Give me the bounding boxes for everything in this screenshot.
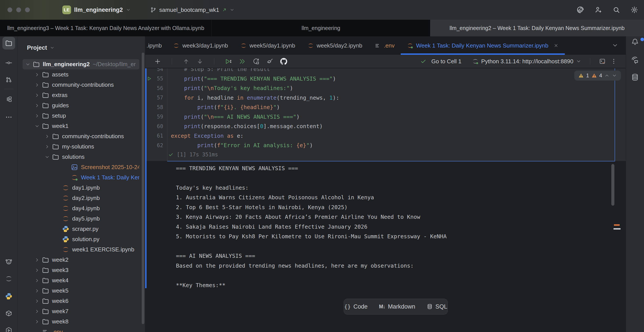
tree-row[interactable]: week5 [22,286,139,296]
ai-chat-tool-button[interactable] [631,56,639,64]
clear-outputs-icon[interactable] [266,58,274,65]
code-line[interactable]: 59 print("\n=== AI NEWS ANALYSIS ===") [145,112,626,122]
tree-row[interactable]: extras [22,90,139,100]
chevron-icon[interactable] [34,82,40,88]
tree-row[interactable]: Week 1 Task: Daily Kenyar [22,172,139,183]
add-code-cell-button[interactable]: {} Code [338,303,373,310]
ai-assistant-icon[interactable] [576,6,584,14]
settings-gear-icon[interactable] [630,6,638,14]
chevron-icon[interactable] [34,113,40,119]
structure-tool-button[interactable] [2,93,15,106]
tree-row[interactable]: scraper.py [22,224,139,234]
chevron-icon[interactable] [34,93,40,98]
kebab-menu-icon[interactable] [610,58,617,65]
stripe-mark[interactable] [614,228,620,229]
tree-row[interactable]: Screenshot 2025-10-24 at [22,162,139,172]
hidden-tabs-chevron-icon[interactable] [612,42,618,49]
chevron-icon[interactable] [25,62,30,67]
jupyter-tool-button[interactable] [2,272,15,285]
chevron-icon[interactable] [34,72,40,77]
window-tab[interactable]: llm_engineering [212,20,430,36]
commit-tool-button[interactable] [2,56,15,69]
code-line[interactable]: 57 for i, headline in enumerate(trending… [145,93,626,103]
chevron-icon[interactable] [34,124,40,129]
code-line[interactable]: 54 # Step 5: Print the result [145,68,626,74]
chevron-icon[interactable] [34,278,40,283]
code-line[interactable]: 56 print("\nToday's key headlines:") [145,83,626,93]
tree-row[interactable]: week3 [22,265,139,275]
editor-tab[interactable]: Week 1 Task: Daily Kenyan News Summarize… [401,36,565,55]
zoom-window-button[interactable] [25,7,30,12]
code-with-me-icon[interactable] [594,6,602,14]
chevron-icon[interactable] [44,134,50,139]
add-sql-cell-button[interactable]: SQL [421,303,453,310]
previous-problem-chevron-icon[interactable] [604,73,610,78]
tree-row[interactable]: day5.ipynb [22,213,139,224]
ai-assistant-tool-button[interactable] [2,255,15,268]
warning-stripe-mark[interactable] [614,224,620,226]
code-line[interactable]: 60 print(response.choices[0].message.con… [145,122,626,131]
tree-row[interactable]: week1 [22,121,139,131]
minimize-window-button[interactable] [16,7,21,12]
code-line[interactable]: 58 print(f"{i}. {headline}") [145,103,626,112]
tree-row[interactable]: day1.ipynb [22,183,139,193]
project-tool-button[interactable] [2,37,15,49]
tree-row[interactable]: day4.ipynb [22,203,139,213]
kernel-selector[interactable]: Python 3.11.14: http://localhost:8890 [472,58,581,65]
add-cell-icon[interactable] [154,58,161,65]
code-cell[interactable]: 54 # Step 5: Print the result 55 print("… [145,68,626,161]
restart-kernel-icon[interactable] [252,58,260,65]
run-cell-icon[interactable] [225,58,232,65]
code-line[interactable]: 62 print(f"Error in AI analysis: {e}") [145,141,626,150]
tree-row[interactable]: community-contributions [22,131,139,142]
tree-row[interactable]: .env [22,327,139,332]
tree-row[interactable]: setup [22,111,139,121]
jupyter-console-icon[interactable] [599,58,606,65]
tree-row[interactable]: week6 [22,296,139,306]
tree-row[interactable]: solution.py [22,234,139,244]
editor-tab[interactable]: week3/day1.ipynb [167,36,234,55]
more-tools-button[interactable] [2,111,15,124]
tree-row[interactable]: llm_engineering2 ~/Desktop/llm_er [22,59,139,69]
github-icon[interactable] [280,58,287,65]
database-tool-button[interactable] [631,73,639,81]
tree-row[interactable]: day2.ipynb [22,193,139,203]
move-cell-down-icon[interactable] [196,58,204,65]
chevron-icon[interactable] [34,268,40,273]
chevron-icon[interactable] [34,319,40,324]
editor-tab-partial[interactable]: .ipynb [145,36,167,55]
move-cell-up-icon[interactable] [182,58,190,65]
project-selector[interactable]: LE llm_engineering2 [62,5,131,14]
tree-row[interactable]: week4 [22,275,139,286]
tree-row[interactable]: week2 [22,255,139,265]
window-tab[interactable]: llm_engineering2 – Week 1 Task: Daily Ke… [430,20,644,36]
editor-tab[interactable]: .env [368,36,401,55]
editor-tab[interactable]: week5/day2.ipynb [302,36,368,55]
chevron-icon[interactable] [34,103,40,108]
chevron-icon[interactable] [34,288,40,294]
tree-row[interactable]: guides [22,100,139,111]
go-to-cell-button[interactable]: Go to Cell 1 [432,58,462,65]
close-tab-icon[interactable] [554,43,559,48]
editor-tab[interactable]: week5/day1.ipynb [234,36,302,55]
editor-scrollbar[interactable] [611,164,614,206]
project-panel-header[interactable]: Project [18,36,145,59]
window-controls[interactable] [0,7,38,12]
chevron-icon[interactable] [44,144,50,149]
tree-row[interactable]: my-solutions [22,142,139,152]
code-line[interactable]: 55 print("=== TRENDING KENYAN NEWS ANALY… [145,74,626,84]
chevron-icon[interactable] [34,309,40,314]
branch-selector[interactable]: samuel_bootcamp_wk1 [150,6,234,13]
run-all-cells-icon[interactable] [239,58,246,65]
services-tool-button[interactable] [2,324,15,332]
tree-row[interactable]: week7 [22,306,139,317]
chevron-icon[interactable] [34,299,40,304]
notifications-button[interactable] [631,38,639,46]
python-console-tool-button[interactable] [2,290,15,303]
next-problem-chevron-icon[interactable] [612,73,617,78]
project-tree-scrollbar[interactable] [142,53,144,324]
add-markdown-cell-button[interactable]: M↓ Markdown [373,303,421,310]
tree-row[interactable]: community-contributions [22,80,139,90]
notebook-editor[interactable]: 54 # Step 5: Print the result 55 print("… [145,68,626,332]
search-everywhere-icon[interactable] [612,6,620,14]
